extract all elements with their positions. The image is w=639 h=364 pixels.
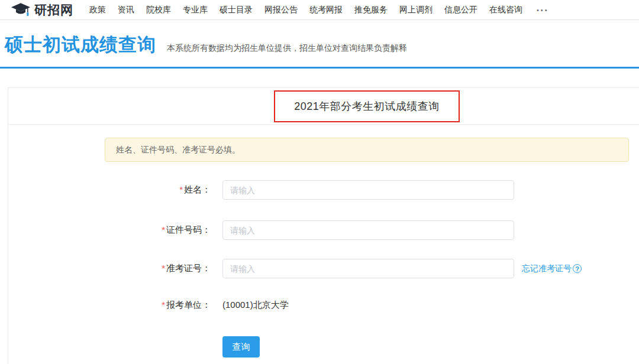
- page-title: 硕士初试成绩查询: [5, 33, 156, 57]
- site-logo[interactable]: 研招网: [11, 2, 81, 18]
- help-icon[interactable]: ?: [573, 264, 582, 273]
- nav-item-news[interactable]: 资讯: [118, 5, 134, 15]
- admission-ticket-label: *准考证号：: [8, 263, 211, 274]
- name-label: *姓名：: [8, 184, 211, 196]
- query-button[interactable]: 查询: [222, 336, 260, 358]
- required-marker: *: [179, 184, 183, 194]
- unit-value: (10001)北京大学: [222, 300, 289, 311]
- id-number-input[interactable]: [222, 220, 514, 240]
- required-marker: *: [162, 225, 165, 235]
- blue-divider: [0, 67, 639, 69]
- score-query-panel: 2021年部分考生初试成绩查询 姓名、证件号码、准考证号必填。 *姓名： *证件…: [8, 87, 639, 364]
- nav-item-info-disclosure[interactable]: 信息公开: [444, 5, 477, 15]
- nav-item-college-library[interactable]: 院校库: [146, 5, 171, 15]
- nav-item-master-catalog[interactable]: 硕士目录: [220, 5, 253, 15]
- red-annotation-box: 2021年部分考生初试成绩查询: [274, 90, 460, 122]
- logo-text: 研招网: [34, 2, 73, 18]
- submit-row: 查询: [222, 336, 639, 358]
- nav-item-online-report-notice[interactable]: 网报公告: [264, 5, 298, 15]
- nav-item-online-consult[interactable]: 在线咨询: [489, 5, 522, 15]
- unit-label: *报考单位：: [8, 300, 211, 311]
- required-marker: *: [162, 300, 165, 310]
- forget-ticket-link[interactable]: 忘记准考证号?: [522, 264, 582, 274]
- form-row-id-number: *证件号码：: [8, 220, 639, 240]
- page-header: 硕士初试成绩查询 本系统所有数据均为招生单位提供，招生单位对查询结果负责解释: [0, 20, 639, 57]
- id-number-label: *证件号码：: [8, 225, 211, 236]
- page-subtitle: 本系统所有数据均为招生单位提供，招生单位对查询结果负责解释: [167, 43, 407, 54]
- nav-item-online-adjustment[interactable]: 网上调剂: [399, 5, 433, 15]
- nav-item-policy[interactable]: 政策: [89, 5, 106, 15]
- required-fields-alert: 姓名、证件号码、准考证号必填。: [105, 138, 629, 162]
- name-input[interactable]: [222, 180, 514, 200]
- admission-ticket-input[interactable]: [222, 259, 514, 278]
- nav-item-unified-exam-report[interactable]: 统考网报: [309, 5, 343, 15]
- form-row-admission-ticket: *准考证号： 忘记准考证号?: [8, 259, 639, 278]
- panel-title: 2021年部分考生初试成绩查询: [294, 99, 440, 113]
- top-navigation: 研招网 政策 资讯 院校库 专业库 硕士目录 网报公告 统考网报 推免服务 网上…: [0, 0, 639, 20]
- panel-header: 2021年部分考生初试成绩查询: [8, 88, 639, 125]
- form-row-name: *姓名：: [8, 180, 639, 200]
- nav-more-icon[interactable]: •••: [534, 6, 549, 14]
- nav-item-exemption-service[interactable]: 推免服务: [354, 5, 388, 15]
- graduation-cap-icon: [11, 2, 34, 17]
- form-row-unit: *报考单位： (10001)北京大学: [8, 300, 639, 311]
- nav-item-major-library[interactable]: 专业库: [183, 5, 208, 15]
- required-marker: *: [162, 263, 165, 273]
- nav-menu: 政策 资讯 院校库 专业库 硕士目录 网报公告 统考网报 推免服务 网上调剂 信…: [89, 5, 549, 15]
